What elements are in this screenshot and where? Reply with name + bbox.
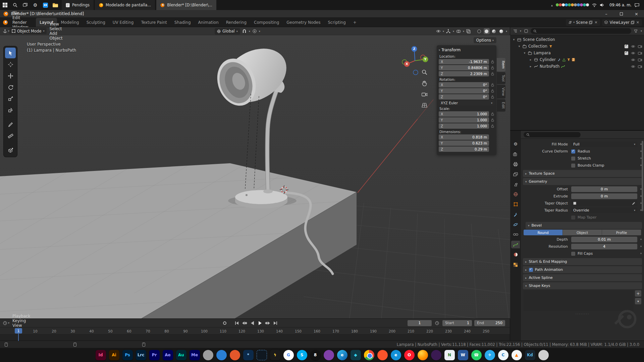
outliner-row-collection[interactable]: ▾ Collection — [510, 43, 644, 50]
sidebar-tab[interactable]: Edit — [497, 99, 505, 111]
sphere-gray-app[interactable] — [203, 350, 213, 360]
pan-hand-icon[interactable] — [420, 79, 428, 87]
lock-icon[interactable] — [490, 124, 494, 128]
taskbar-tab-blender[interactable]: Blender* [D:\Blender\... — [156, 0, 216, 10]
use-preview-range-icon[interactable] — [434, 320, 440, 326]
jump-to-start-button[interactable] — [233, 320, 240, 326]
google[interactable]: G — [283, 350, 294, 360]
sphere-orange-app[interactable] — [230, 350, 240, 360]
unlink-scene-icon[interactable]: × — [594, 20, 598, 24]
frost-app[interactable]: * — [243, 350, 254, 360]
taskbar-tab-pendings[interactable]: Pendings — [62, 0, 94, 10]
rotate-tool[interactable] — [5, 82, 16, 93]
path-animation-section[interactable]: ▸Path Animation — [523, 266, 642, 273]
start-button[interactable] — [0, 0, 10, 10]
close-button[interactable]: × — [629, 10, 644, 17]
tab-view-layer[interactable] — [511, 170, 520, 178]
chrome[interactable] — [364, 350, 374, 360]
properties-search-input[interactable] — [524, 132, 581, 137]
eyedropper-icon[interactable] — [632, 202, 635, 205]
tray-icon-1[interactable] — [556, 3, 559, 6]
sphere-purple-app[interactable] — [324, 350, 334, 360]
firefox[interactable] — [418, 350, 428, 360]
tab-constraints[interactable] — [511, 231, 520, 238]
show-overlays-icon[interactable] — [455, 28, 462, 34]
outliner-row-lampara[interactable]: ▾ Lampara — [510, 50, 644, 56]
disclosure-icon[interactable]: ▾ — [512, 38, 516, 41]
active-spline-section[interactable]: ▸Active Spline — [523, 274, 642, 281]
sphere-blue-app[interactable] — [216, 350, 227, 360]
measure-tool[interactable] — [5, 130, 16, 141]
radius-checkbox[interactable] — [571, 149, 575, 154]
clock[interactable]: 09:46 a. m. — [609, 3, 632, 7]
add-shape-key-button[interactable]: + — [635, 290, 641, 297]
tray-icon-6[interactable] — [571, 3, 574, 6]
topbar-menu[interactable]: File — [9, 11, 31, 15]
timeline-ruler[interactable]: 1020304050607080901001101201301401501601… — [0, 327, 510, 335]
display-mode-icon[interactable] — [523, 28, 529, 34]
workspace-tab[interactable]: Scripting — [324, 18, 349, 27]
rotation-mode-dropdown[interactable]: XYZ Euler▾ — [439, 100, 494, 106]
holdout-icon[interactable] — [549, 45, 552, 48]
shading-solid-icon[interactable] — [484, 28, 490, 34]
workspace-tab[interactable]: Shading — [171, 18, 195, 27]
ccleaner[interactable]: C — [498, 350, 508, 360]
tray-icon-9[interactable] — [580, 3, 583, 6]
viewport-menu[interactable]: Object — [47, 36, 65, 41]
end-frame-field[interactable]: End250 — [474, 320, 505, 326]
object-type-visibility-icon[interactable] — [435, 28, 441, 34]
offset-field[interactable]: 0 m — [571, 186, 637, 192]
lock-icon[interactable] — [490, 60, 494, 64]
toggle-orthographic-icon[interactable] — [420, 101, 428, 109]
search-icon[interactable] — [10, 0, 20, 10]
gem-app[interactable]: ◆ — [351, 350, 361, 360]
outliner-row-scene-collection[interactable]: ▾ Scene Collection — [510, 36, 644, 43]
transform-orientation-dropdown[interactable]: Global▾ — [215, 28, 240, 35]
tray-chevron-icon[interactable]: ▴ — [551, 3, 553, 7]
hide-eye-icon[interactable] — [631, 65, 635, 68]
sidebar-tab[interactable]: Item — [497, 58, 505, 71]
playhead[interactable]: 1 — [15, 328, 22, 334]
disclosure-icon[interactable]: ▸ — [529, 65, 532, 68]
brave[interactable] — [377, 350, 388, 360]
editor-type-icon[interactable] — [2, 28, 8, 34]
next-keyframe-button[interactable] — [264, 320, 271, 326]
photoshop[interactable]: Ps — [122, 350, 133, 360]
rotation-field[interactable]: Z0° — [439, 94, 489, 100]
premiere-pro[interactable]: Pr — [149, 350, 160, 360]
transform-tool[interactable] — [5, 105, 16, 115]
shading-rendered-icon[interactable] — [498, 28, 504, 34]
tor-browser[interactable] — [431, 350, 441, 360]
animate-dot[interactable] — [640, 246, 642, 247]
prev-keyframe-button[interactable] — [241, 320, 248, 326]
lock-icon[interactable] — [490, 72, 494, 76]
taper-radius-dropdown[interactable]: Override▾ — [571, 207, 637, 213]
disclosure-icon[interactable]: ▾ — [523, 51, 526, 55]
shape-key-specials-button[interactable]: ▾ — [635, 298, 641, 304]
bevel-section[interactable]: ▾Bevel — [526, 222, 642, 229]
topbar-menu[interactable]: Render — [9, 20, 31, 25]
remove-view-layer-icon[interactable]: × — [636, 20, 640, 24]
tray-icon-2[interactable] — [559, 3, 562, 6]
disclosure-icon[interactable]: ▾ — [518, 45, 521, 48]
whatsapp[interactable]: ☎ — [471, 350, 482, 360]
path-animation-checkbox[interactable] — [529, 268, 533, 272]
new-scene-icon[interactable] — [589, 21, 592, 24]
geometry-section[interactable]: ▾Geometry — [523, 178, 642, 185]
after-effects[interactable]: Ae — [163, 350, 173, 360]
auto-keying-button[interactable] — [221, 320, 228, 326]
hide-eye-icon[interactable] — [631, 45, 635, 48]
collection-checkbox[interactable] — [625, 45, 628, 48]
audition[interactable]: Au — [176, 350, 186, 360]
start-end-mapping-section[interactable]: ▸Start & End Mapping — [523, 258, 642, 265]
capture-app[interactable] — [257, 350, 267, 360]
scale-field[interactable]: Y1.000 — [439, 117, 489, 123]
timeline-menu[interactable]: View — [9, 323, 34, 328]
timeline-menu[interactable]: Playback — [9, 314, 34, 318]
current-frame-field[interactable]: 1 — [408, 320, 432, 326]
location-field[interactable]: Z2.2309 m — [439, 71, 489, 76]
obs[interactable] — [538, 350, 549, 360]
bevel-mode-button[interactable]: Profile — [602, 230, 641, 235]
viewport-menu[interactable]: View — [47, 22, 65, 26]
outliner-row-cylinder[interactable]: ▸ Cylinder 2 — [510, 56, 644, 63]
